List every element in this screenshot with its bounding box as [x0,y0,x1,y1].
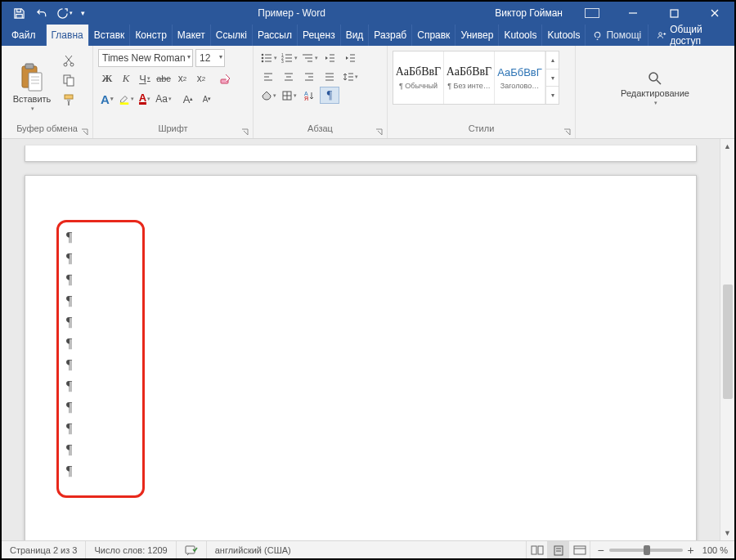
bold-button[interactable]: Ж [98,69,116,87]
close-button[interactable] [697,2,733,25]
strikethrough-button[interactable]: abc [155,69,173,87]
tell-me[interactable]: Помощі [586,25,648,46]
shading-button[interactable]: ▾ [258,87,278,104]
paragraph-mark[interactable]: ¶ [66,396,655,418]
page-previous-bottom [25,146,697,162]
zoom-value[interactable]: 100 % [702,545,728,555]
paragraph-mark[interactable]: ¶ [66,460,655,482]
ribbon-display-options[interactable] [574,2,610,25]
user-name[interactable]: Виктор Гойман [495,7,563,19]
clear-formatting-button[interactable] [217,69,235,87]
italic-button[interactable]: К [117,69,135,87]
align-center-button[interactable] [279,68,298,85]
bullets-button[interactable]: ▾ [258,49,278,66]
styles-gallery[interactable]: АаБбВвГ ¶ Обычный АаБбВвГ ¶ Без инте… Аа… [393,51,559,105]
font-name-combo[interactable]: Times New Roman▾ [98,49,193,67]
tab-kutools-plus[interactable]: Kutools [542,25,586,46]
tab-review[interactable]: Реценз [298,25,341,46]
font-launcher[interactable] [241,128,249,137]
view-web-layout[interactable] [568,541,590,559]
multilevel-list-button[interactable]: ▾ [299,49,319,66]
status-word-count[interactable]: Число слов: 1209 [86,541,176,558]
zoom-out-button[interactable]: − [597,544,604,557]
qat-customize[interactable]: ▾ [77,3,88,23]
share-button[interactable]: Общий доступ [648,25,734,46]
increase-indent-button[interactable] [340,49,360,66]
editing-menu[interactable]: Редактирование ▾ [614,49,696,122]
paragraph-mark[interactable]: ¶ [66,354,655,375]
tab-kutools[interactable]: Kutools [499,25,542,46]
subscript-button[interactable]: x2 [173,69,191,87]
cut-button[interactable] [61,52,77,69]
show-hide-button[interactable]: ¶ [320,87,339,104]
status-language[interactable]: английский (США) [207,541,299,558]
scroll-down[interactable]: ▼ [720,526,734,540]
shrink-font-button[interactable]: A▾ [198,90,216,108]
paragraph-mark[interactable]: ¶ [66,290,655,311]
tab-help[interactable]: Справк [412,25,456,46]
styles-launcher[interactable] [563,128,572,137]
status-page[interactable]: Страница 2 из 3 [2,541,86,558]
tab-design[interactable]: Констр [130,25,172,46]
tab-univer[interactable]: Универ [456,25,499,46]
borders-button[interactable]: ▾ [279,87,298,104]
tab-file[interactable]: Файл [2,25,47,46]
justify-button[interactable] [320,68,339,85]
paragraph-mark[interactable]: ¶ [66,248,655,269]
align-left-button[interactable] [258,68,278,85]
paragraph-mark[interactable]: ¶ [66,375,655,396]
paragraph-mark[interactable]: ¶ [66,311,655,333]
tab-developer[interactable]: Разраб [369,25,412,46]
zoom-slider[interactable] [609,549,683,552]
page[interactable]: ¶¶¶¶¶¶¶¶¶¶¶¶ [25,175,697,540]
tab-insert[interactable]: Вставк [89,25,131,46]
paragraph-mark[interactable]: ¶ [66,333,655,354]
font-size-combo[interactable]: 12▾ [195,49,225,67]
change-case-button[interactable]: Aa▾ [155,90,173,108]
paragraph-mark[interactable]: ¶ [66,439,655,460]
document-scroll[interactable]: ¶¶¶¶¶¶¶¶¶¶¶¶ [2,139,720,540]
document-area: ¶¶¶¶¶¶¶¶¶¶¶¶ ▲ ▼ [2,139,734,540]
styles-gallery-more[interactable]: ▴▾▾ [545,52,559,104]
view-print-layout[interactable] [547,541,568,559]
paragraph-launcher[interactable] [375,128,384,137]
scroll-up[interactable]: ▲ [720,139,734,154]
tab-home[interactable]: Главна [47,25,89,46]
paste-button[interactable]: Вставить ▾ [7,49,57,122]
style-no-spacing[interactable]: АаБбВвГ ¶ Без инте… [444,52,495,104]
decrease-indent-button[interactable] [320,49,339,66]
grow-font-button[interactable]: A▴ [179,90,197,108]
tab-references[interactable]: Ссылкі [211,25,253,46]
line-spacing-button[interactable]: ▾ [340,68,360,85]
vertical-scrollbar[interactable]: ▲ ▼ [720,139,734,540]
paragraph-mark[interactable]: ¶ [66,418,655,439]
tab-view[interactable]: Вид [341,25,370,46]
view-read-mode[interactable] [526,541,547,559]
align-right-button[interactable] [299,68,319,85]
style-heading1[interactable]: АаБбВвГ Заголово… [495,52,545,104]
redo-button[interactable]: ▾ [54,3,75,23]
text-effects-button[interactable]: A▾ [98,90,116,108]
paragraph-mark[interactable]: ¶ [66,269,655,290]
highlight-color-button[interactable]: ▾ [117,90,135,108]
font-color-button[interactable]: A▾ [136,90,154,108]
format-painter-button[interactable] [61,92,77,108]
minimize-button[interactable] [615,2,651,25]
tab-mailings[interactable]: Рассыл [253,25,298,46]
save-button[interactable] [8,3,29,23]
sort-button[interactable]: AЯ [299,87,319,104]
numbering-button[interactable]: 123▾ [279,49,298,66]
maximize-button[interactable] [656,2,692,25]
undo-button[interactable] [31,3,52,23]
scroll-thumb[interactable] [723,284,733,399]
svg-point-20 [261,60,263,62]
underline-button[interactable]: Ч▾ [136,69,154,87]
paragraph-mark[interactable]: ¶ [66,226,655,248]
status-spellcheck[interactable] [177,541,207,558]
superscript-button[interactable]: x2 [192,69,210,87]
tab-layout[interactable]: Макет [173,25,211,46]
style-normal[interactable]: АаБбВвГ ¶ Обычный [393,52,444,104]
zoom-in-button[interactable]: + [688,544,694,557]
copy-button[interactable] [61,72,77,88]
clipboard-launcher[interactable] [81,128,89,137]
